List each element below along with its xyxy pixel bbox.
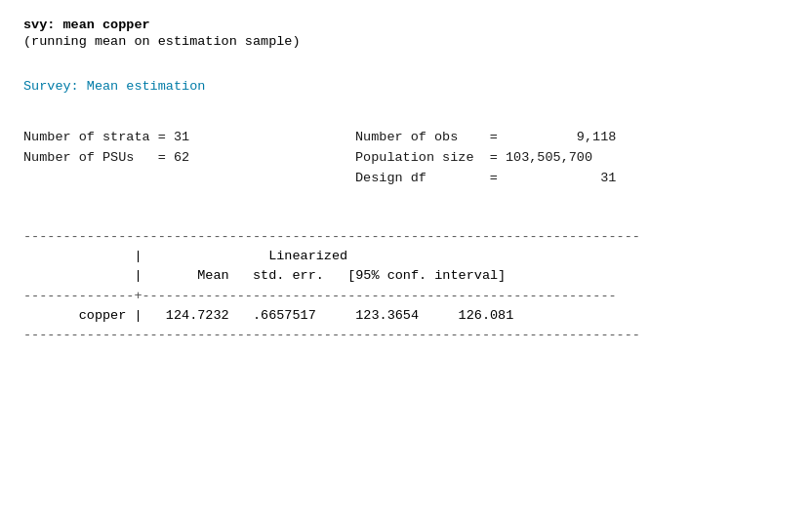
obs-line: Number of obs = 9,118 <box>355 128 789 148</box>
header-linearized: | Linearized <box>23 247 789 266</box>
pop-line: Population size = 103,505,700 <box>355 148 789 169</box>
data-row-copper: copper | 124.7232 .6657517 123.3654 126.… <box>23 306 789 326</box>
strata-line: Number of strata = 31 <box>23 128 355 148</box>
header-cols: | Mean std. err. [95% conf. interval] <box>23 266 789 286</box>
command-line: svy: mean copper <box>23 18 789 32</box>
stats-left: Number of strata = 31 Number of PSUs = 6… <box>23 128 355 189</box>
running-note: (running mean on estimation sample) <box>23 34 789 49</box>
section-title: Survey: Mean estimation <box>23 79 789 94</box>
stats-row-1: Number of strata = 31 Number of PSUs = 6… <box>23 128 789 189</box>
table-section: ----------------------------------------… <box>23 227 789 346</box>
output-container: svy: mean copper (running mean on estima… <box>23 18 789 345</box>
divider-mid: --------------+-------------------------… <box>23 287 789 306</box>
stats-block: Number of strata = 31 Number of PSUs = 6… <box>23 128 789 189</box>
divider-bottom: ----------------------------------------… <box>23 326 789 345</box>
divider-top: ----------------------------------------… <box>23 227 789 247</box>
psus-line: Number of PSUs = 62 <box>23 148 355 169</box>
stats-right: Number of obs = 9,118 Population size = … <box>355 128 789 189</box>
df-line: Design df = 31 <box>355 169 789 189</box>
